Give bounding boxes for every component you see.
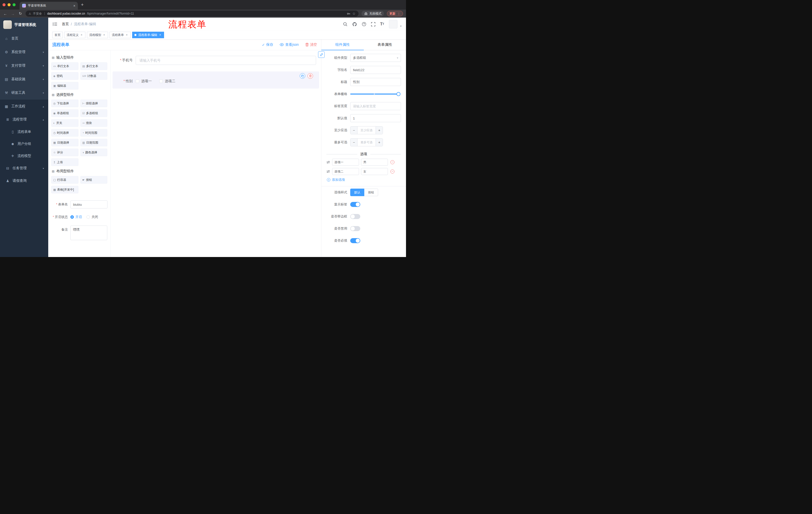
gender-widget-selected[interactable]: 性别 选项一 选项二 <box>113 72 319 88</box>
browser-menu-icon[interactable]: ⋮ <box>397 12 401 16</box>
disabled-toggle[interactable] <box>350 226 360 231</box>
clear-button[interactable]: 清空 <box>305 43 317 47</box>
sidebar-item-process-management[interactable]: ≣ 流程管理 ▴ <box>0 113 48 126</box>
tag-process-form[interactable]: 流程表单 × <box>110 32 130 38</box>
palette-item-radio-group[interactable]: ◉单选框组 <box>51 109 78 117</box>
tab-form-props[interactable]: 表单属性 <box>364 39 406 50</box>
close-icon[interactable]: × <box>103 33 106 37</box>
sidebar-item-devtools[interactable]: ⚒ 研发工具 ▾ <box>0 86 48 100</box>
close-icon[interactable]: × <box>80 33 83 37</box>
component-type-select[interactable]: 多选框组 ▾ <box>350 54 401 62</box>
add-option-button[interactable]: + 添加选项 <box>327 178 401 182</box>
palette-item-time-picker[interactable]: ◷时间选择 <box>51 129 78 137</box>
palette-item-time-range[interactable]: ◔时间范围 <box>80 129 108 137</box>
minus-icon[interactable]: − <box>350 127 357 134</box>
sidebar-item-infrastructure[interactable]: ▤ 基础设施 ▾ <box>0 73 48 86</box>
tag-home[interactable]: 首页 <box>52 32 63 38</box>
avatar-caret-icon[interactable]: ▾ <box>400 25 402 27</box>
avatar[interactable] <box>389 20 398 28</box>
sidebar-item-user-group[interactable]: ☻ 用户分组 <box>0 138 48 150</box>
tag-process-definition[interactable]: 流程定义 × <box>64 32 85 38</box>
window-close-button[interactable] <box>2 3 5 6</box>
breadcrumb-home[interactable]: 首页 <box>62 22 69 26</box>
option-name-input[interactable] <box>332 159 359 166</box>
security-label[interactable]: 不安全 <box>33 11 42 16</box>
tag-process-model[interactable]: 流程模型 × <box>87 32 108 38</box>
field-name-input[interactable] <box>350 66 401 74</box>
sidebar-item-system[interactable]: ⚙ 系统管理 ▾ <box>0 45 48 59</box>
option-style-default-button[interactable]: 默认 <box>350 189 364 196</box>
palette-item-button[interactable]: ☛按钮 <box>80 176 108 184</box>
sidebar-item-payment[interactable]: ¥ 支付管理 ▾ <box>0 59 48 73</box>
tab-component-props[interactable]: 组件属性 <box>321 39 364 50</box>
browser-tab[interactable]: 芋道管理系统 × <box>20 2 78 9</box>
drag-handle-icon[interactable] <box>326 160 330 164</box>
remove-option-icon[interactable]: − <box>390 169 395 173</box>
gender-checkbox-option1[interactable]: 选项一 <box>136 79 152 83</box>
reload-icon[interactable]: ↻ <box>18 11 23 16</box>
gender-checkbox-option2[interactable]: 选项二 <box>159 79 175 83</box>
palette-item-editor[interactable]: ▣编辑器 <box>51 82 78 89</box>
palette-item-switch[interactable]: ◐开关 <box>51 119 78 127</box>
window-minimize-button[interactable] <box>7 3 10 6</box>
palette-item-multiline-text[interactable]: ▤多行文本 <box>80 62 108 70</box>
border-toggle[interactable] <box>350 214 360 219</box>
title-input[interactable] <box>350 78 401 86</box>
view-json-button[interactable]: 查看json <box>280 43 299 47</box>
help-icon[interactable] <box>362 22 366 26</box>
password-key-icon[interactable] <box>347 12 350 16</box>
palette-item-slider[interactable]: ⊸滑块 <box>80 119 108 127</box>
github-icon[interactable] <box>352 22 357 27</box>
save-button[interactable]: ✓ 保存 <box>262 43 273 47</box>
sidebar-item-leave-query[interactable]: ♟ 请假查询 <box>0 174 48 187</box>
search-icon[interactable] <box>343 22 347 26</box>
palette-item-date-range[interactable]: ▥日期范围 <box>80 139 108 146</box>
palette-item-single-line-text[interactable]: ▭单行文本 <box>51 62 78 70</box>
palette-item-counter[interactable]: 123计数器 <box>80 72 108 80</box>
remark-textarea[interactable]: 嘿嘿 <box>70 225 107 240</box>
palette-item-table[interactable]: ▩表格[开发中] <box>51 186 78 193</box>
copy-widget-button[interactable] <box>300 73 305 79</box>
sidebar-item-task-management[interactable]: ⊟ 任务管理 ▾ <box>0 162 48 174</box>
close-icon[interactable]: × <box>125 33 128 37</box>
palette-item-date-picker[interactable]: ▦日期选择 <box>51 139 78 146</box>
palette-item-select[interactable]: ◎下拉选择 <box>51 100 78 107</box>
phone-input[interactable] <box>136 56 316 65</box>
plus-icon[interactable]: + <box>376 127 383 134</box>
url-box[interactable]: ⚠ 不安全 dashboard.yudao.iocoder.cn /bpm/ma… <box>26 10 358 17</box>
remove-option-icon[interactable]: − <box>390 160 395 164</box>
sidebar-item-home[interactable]: ⌂ 首页 <box>0 32 48 45</box>
form-name-input[interactable] <box>70 200 108 209</box>
slider-handle[interactable] <box>397 92 401 96</box>
plus-icon[interactable]: + <box>376 139 383 146</box>
sidebar-item-process-model[interactable]: ✈ 流程模型 <box>0 150 48 162</box>
new-tab-button[interactable]: + <box>81 2 84 7</box>
update-button[interactable]: 更新 ⋮ <box>387 11 403 16</box>
fullscreen-icon[interactable] <box>371 22 375 26</box>
palette-item-rate[interactable]: ☆评分 <box>51 148 78 156</box>
forward-icon[interactable]: → <box>10 11 15 16</box>
form-canvas[interactable]: 手机号 <box>111 50 321 257</box>
palette-item-row-container[interactable]: ▢行容器 <box>51 176 78 184</box>
bookmark-star-icon[interactable]: ☆ <box>352 11 355 16</box>
option-style-button-button[interactable]: 按钮 <box>364 189 378 196</box>
palette-item-cascader[interactable]: ⊢级联选择 <box>80 100 108 107</box>
link-icon[interactable] <box>318 51 325 58</box>
max-select-value[interactable]: 最多可选 <box>357 139 376 146</box>
tag-process-form-edit[interactable]: 流程表单-编辑 × <box>132 32 164 38</box>
sidebar-item-workflow[interactable]: ▦ 工作流程 ▴ <box>0 100 48 113</box>
label-width-input[interactable] <box>350 102 401 110</box>
option-name-input[interactable] <box>332 168 359 175</box>
hamburger-icon[interactable] <box>53 22 57 26</box>
palette-item-upload[interactable]: ↥上传 <box>51 158 78 166</box>
tab-close-icon[interactable]: × <box>74 4 76 8</box>
default-value-input[interactable] <box>350 114 401 122</box>
min-select-value[interactable]: 至少应选 <box>357 127 376 134</box>
required-toggle[interactable] <box>350 238 360 243</box>
close-icon[interactable]: × <box>158 33 162 37</box>
window-zoom-button[interactable] <box>12 3 16 6</box>
delete-widget-button[interactable] <box>308 73 313 79</box>
palette-item-color-picker[interactable]: ◑颜色选择 <box>80 148 108 156</box>
option-value-input[interactable] <box>361 159 388 166</box>
status-radio-on[interactable]: 开启 <box>70 215 82 219</box>
